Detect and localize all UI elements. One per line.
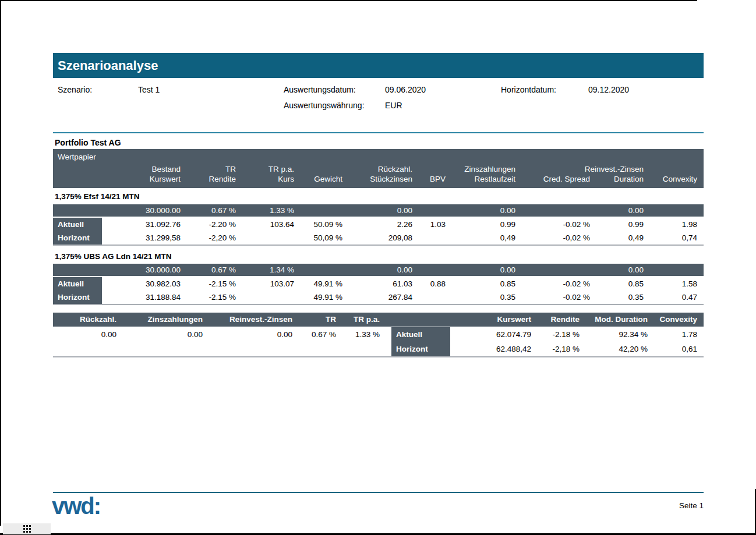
column-header: TR p.a. (336, 313, 380, 327)
table-cell: 103.07 (236, 277, 294, 290)
report-page: Szenarioanalyse Szenario: Test 1 Auswert… (0, 0, 756, 535)
table-cell: 61.03 (342, 277, 412, 290)
table-cell (236, 290, 294, 304)
table-cell: 50,09 % (294, 231, 342, 245)
table-cell: 0.00 (203, 327, 292, 342)
header-row-2: Kurswert Rendite Kurs Gewicht Stückzinse… (53, 175, 697, 183)
column-header: Rückzahl. (53, 313, 116, 327)
table-cell: 0.85 (590, 277, 644, 290)
column-header (515, 165, 590, 173)
table-cell (294, 204, 342, 217)
table-cell: 30.982.03 (102, 277, 181, 290)
horizontdatum-value: 09.12.2020 (588, 85, 629, 95)
column-header: Gewicht (294, 175, 342, 183)
szenario-value: Test 1 (138, 85, 160, 95)
table-cell: -2.15 % (181, 290, 236, 304)
column-header: Convexity (644, 175, 697, 183)
column-header: Rückzahl. (342, 165, 412, 173)
table-cell: 1.34 % (236, 264, 294, 276)
table-cell: 1.58 (644, 277, 697, 290)
column-header: Kurs (236, 175, 294, 183)
table-cell: 0.67 % (181, 204, 236, 217)
table-cell: 0,49 (590, 231, 644, 245)
table-cell: 0.00 (53, 327, 116, 342)
table-cell: 0.88 (412, 277, 446, 290)
grip-button[interactable] (3, 523, 51, 534)
footer-divider (53, 492, 704, 493)
table-cell: -2.15 % (181, 277, 236, 290)
security-table: 30.000.00 0.67 % 1.33 % 0.00 0.00 0.00 A… (53, 204, 704, 246)
column-header: Cred. Spread (515, 175, 590, 183)
securities-table-header: Wertpapier Bestand TR TR p.a. Rückzahl. … (53, 149, 704, 188)
table-cell: 1.33 % (336, 327, 380, 342)
security-name: 1,375% Efsf 14/21 MTN (55, 192, 140, 201)
column-header: Reinvest.-Zinsen (203, 313, 292, 327)
table-cell: 30.000.00 (102, 204, 181, 217)
auswertungswaehrung-value: EUR (385, 101, 402, 111)
table-cell: 0.67 % (292, 327, 336, 342)
table-bottom-divider (53, 356, 704, 357)
column-header (294, 165, 342, 173)
table-cell (294, 264, 342, 276)
column-header: Stückzinsen (342, 175, 412, 183)
header-row-1: Bestand TR TR p.a. Rückzahl. Zinszahlung… (53, 165, 697, 173)
row-label-aktuell: Aktuell (53, 218, 102, 231)
column-header-wertpapier: Wertpapier (58, 153, 96, 161)
table-cell: 0.99 (590, 218, 644, 231)
bestand-row: 30.000.00 0.67 % 1.34 % 0.00 0.00 0.00 (53, 264, 704, 277)
column-header: Zinszahlungen (116, 313, 203, 327)
table-cell: 1.33 % (236, 204, 294, 217)
table-cell: 0.35 (590, 290, 644, 304)
table-cell: 0.00 (342, 264, 412, 276)
aktuell-row: 30.982.03 -2.15 % 103.07 49.91 % 61.03 0… (102, 277, 697, 290)
table-cell: 0.00 (590, 264, 644, 276)
aktuell-row: 62.074.79 -2.18 % 92.34 % 1.78 (450, 327, 704, 342)
table-cell: 0,49 (446, 231, 515, 245)
column-header: Zinszahlungen (446, 165, 515, 173)
table-cell: 62.074.79 (450, 327, 531, 342)
table-cell: 0,61 (648, 342, 697, 356)
horizontdatum-label: Horizontdatum: (501, 85, 556, 95)
table-cell: 0.35 (446, 290, 515, 304)
table-cell: -2.20 % (181, 218, 236, 231)
auswertungsdatum-label: Auswertungsdatum: (284, 85, 356, 95)
column-header: Reinvest.-Zinsen (590, 165, 644, 173)
table-cell (412, 204, 446, 217)
table-cell: 42,20 % (580, 342, 648, 356)
summary-header: Rückzahl. Zinszahlungen Reinvest.-Zinsen… (53, 313, 704, 327)
column-header: BPV (412, 175, 446, 183)
table-cell: 62.488,42 (450, 342, 531, 356)
row-label-horizont: Horizont (53, 231, 102, 245)
column-header: Mod. Duration (580, 313, 648, 327)
column-header: Rendite (531, 313, 580, 327)
table-cell: 1.03 (412, 218, 446, 231)
row-label-block: Aktuell Horizont (53, 218, 102, 245)
grid-grip-icon (23, 525, 31, 533)
table-cell: -0,02 % (515, 231, 590, 245)
table-cell: 50.09 % (294, 218, 342, 231)
table-cell: -2,20 % (181, 231, 236, 245)
row-label-aktuell: Aktuell (391, 327, 450, 342)
row-label-aktuell: Aktuell (53, 277, 102, 290)
column-header: Restlaufzeit (446, 175, 515, 183)
column-header: Duration (590, 175, 644, 183)
table-cell: -0.02 % (515, 290, 590, 304)
row-label-horizont: Horizont (391, 342, 450, 356)
column-header: Bestand (102, 165, 181, 173)
table-cell: 209,08 (342, 231, 412, 245)
table-cell: -0.02 % (515, 277, 590, 290)
table-cell (644, 204, 697, 217)
table-cell (412, 264, 446, 276)
table-cell: 0.00 (590, 204, 644, 217)
szenario-label: Szenario: (58, 85, 92, 95)
table-cell: 30.000.00 (102, 264, 181, 276)
horizont-row: 62.488,42 -2,18 % 42,20 % 0,61 (450, 342, 704, 356)
column-header: Rendite (181, 175, 236, 183)
security-table: 30.000.00 0.67 % 1.34 % 0.00 0.00 0.00 A… (53, 264, 704, 305)
table-cell: 49.91 % (294, 277, 342, 290)
portfolio-title: Portfolio Test AG (55, 138, 121, 147)
table-cell: 2.26 (342, 218, 412, 231)
column-header: Kurswert (450, 313, 531, 327)
bestand-row: 30.000.00 0.67 % 1.33 % 0.00 0.00 0.00 (53, 204, 704, 218)
table-cell: 267.84 (342, 290, 412, 304)
